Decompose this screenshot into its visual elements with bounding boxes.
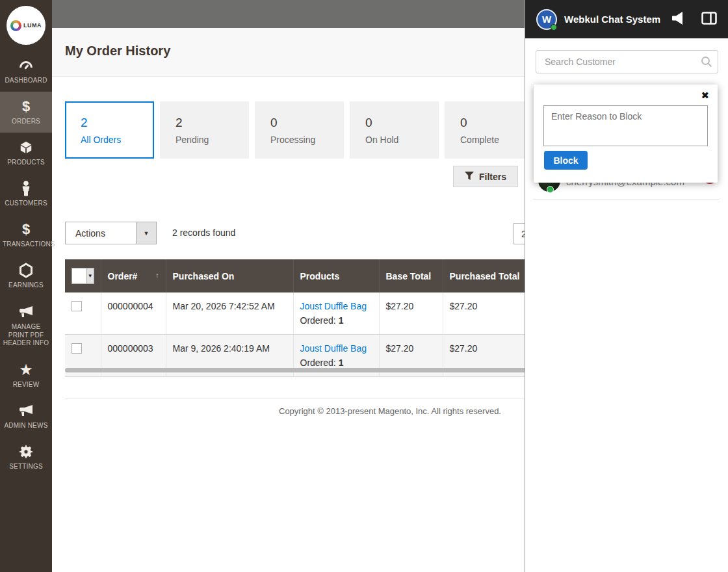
block-button[interactable]: Block <box>544 151 588 170</box>
column-header-products[interactable]: Products <box>293 259 379 292</box>
admin-news-icon <box>18 402 34 419</box>
page-title: My Order History <box>65 44 170 58</box>
review-icon: ★ <box>19 361 33 378</box>
settings-icon <box>19 443 33 460</box>
block-reason-popup: ✖ Block <box>534 84 718 183</box>
luma-logo-label: LUMA <box>23 22 42 29</box>
earnings-icon <box>19 262 33 279</box>
cell-products: Joust Duffle Bag Ordered: 1 <box>293 292 379 335</box>
online-status-dot <box>547 186 554 193</box>
sidebar-item-settings[interactable]: SETTINGS <box>0 437 52 478</box>
panel-toggle-icon[interactable] <box>701 12 717 27</box>
column-header-order[interactable]: Order#↑ <box>101 259 166 292</box>
customer-search <box>536 50 718 73</box>
products-icon <box>19 139 33 156</box>
sidebar-item-review[interactable]: ★ REVIEW <box>0 355 52 396</box>
search-icon[interactable] <box>701 56 712 70</box>
orders-icon: $ <box>22 98 30 115</box>
filter-funnel-icon <box>465 172 474 182</box>
list-divider <box>533 200 719 200</box>
close-icon[interactable]: ✖ <box>701 88 709 102</box>
cell-order-number: 000000004 <box>101 292 166 335</box>
tile-processing[interactable]: 0 Processing <box>255 101 344 159</box>
tile-complete[interactable]: 0 Complete <box>445 101 534 159</box>
chevron-down-icon: ▼ <box>136 222 156 244</box>
row-checkbox[interactable] <box>72 301 82 311</box>
product-link[interactable]: Joust Duffle Bag <box>300 301 367 311</box>
filters-button[interactable]: Filters <box>453 166 518 187</box>
product-link[interactable]: Joust Duffle Bag <box>300 343 367 354</box>
sidebar-item-admin-news[interactable]: ADMIN NEWS <box>0 396 52 437</box>
online-status-dot <box>551 24 557 31</box>
block-reason-textarea[interactable] <box>543 105 708 146</box>
select-all-dropdown[interactable]: ▼ <box>72 268 94 284</box>
speaker-icon[interactable] <box>672 12 683 27</box>
cell-purchased-on: Mar 20, 2026 7:42:52 AM <box>166 292 293 335</box>
tile-on-hold[interactable]: 0 On Hold <box>350 101 439 159</box>
order-status-tiles: 2 All Orders 2 Pending 0 Processing 0 On… <box>65 101 534 159</box>
tile-all-orders[interactable]: 2 All Orders <box>65 101 154 159</box>
horizontal-scrollbar[interactable] <box>65 368 528 372</box>
sidebar-item-orders[interactable]: $ ORDERS <box>0 92 52 133</box>
dashboard-icon <box>18 57 34 74</box>
webkul-logo-icon: W <box>536 9 557 30</box>
tile-pending[interactable]: 2 Pending <box>160 101 249 159</box>
cell-base-total: $27.20 <box>379 292 443 335</box>
sidebar-item-dashboard[interactable]: DASHBOARD <box>0 51 52 92</box>
search-customer-input[interactable] <box>536 50 718 73</box>
column-header-purchased-on[interactable]: Purchased On <box>166 259 293 292</box>
sidebar-item-products[interactable]: PRODUCTS <box>0 133 52 174</box>
orders-table: ▼ Order#↑ Purchased On Products Base Tot… <box>65 259 541 377</box>
column-header-base-total[interactable]: Base Total <box>379 259 443 292</box>
sidebar-item-manage-print-pdf-header-info[interactable]: MANAGE PRINT PDF HEADER INFO <box>0 296 52 355</box>
admin-sidebar: LUMA DASHBOARD $ ORDERS PRODUCTS CUSTOME… <box>0 0 52 572</box>
table-header-row: ▼ Order#↑ Purchased On Products Base Tot… <box>65 259 541 292</box>
sidebar-item-transactions[interactable]: $ TRANSACTIONS <box>0 214 52 255</box>
records-found-text: 2 records found <box>172 228 235 238</box>
customers-icon <box>21 180 31 197</box>
table-row: 000000004 Mar 20, 2026 7:42:52 AM Joust … <box>65 292 541 335</box>
chat-header: W Webkul Chat System <box>525 0 728 38</box>
luma-logo-icon <box>10 20 21 31</box>
transactions-icon: $ <box>22 221 30 238</box>
chevron-down-icon: ▼ <box>87 273 94 279</box>
chat-title: Webkul Chat System <box>564 14 672 25</box>
webkul-chat-panel: W Webkul Chat System cherrysmith@example… <box>525 0 728 572</box>
sidebar-item-customers[interactable]: CUSTOMERS <box>0 174 52 214</box>
sort-ascending-icon: ↑ <box>155 271 159 279</box>
select-all-checkbox[interactable] <box>72 268 87 283</box>
select-all-header: ▼ <box>65 259 101 292</box>
actions-dropdown[interactable]: Actions ▼ <box>65 222 157 244</box>
row-checkbox[interactable] <box>72 343 82 354</box>
sidebar-item-earnings[interactable]: EARNINGS <box>0 255 52 296</box>
manage-print-icon <box>18 304 34 320</box>
luma-logo[interactable]: LUMA <box>0 0 52 51</box>
